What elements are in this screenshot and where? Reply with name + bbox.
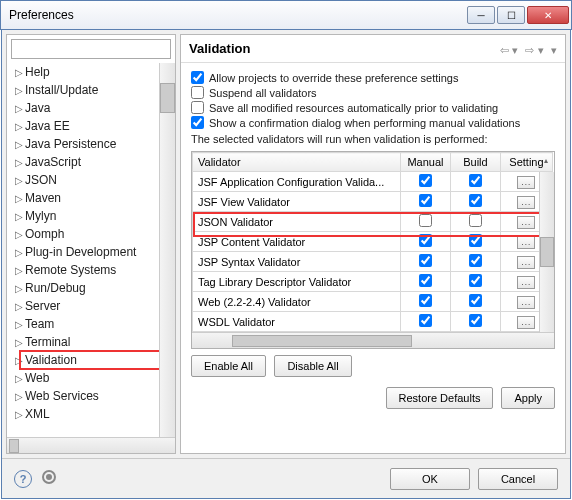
- tree-item-remote-systems[interactable]: ▷Remote Systems: [7, 261, 175, 279]
- titlebar[interactable]: Preferences ─ ☐ ✕: [0, 0, 572, 30]
- table-row[interactable]: JSON Validator...: [193, 212, 554, 232]
- table-row[interactable]: WSDL Validator...: [193, 312, 554, 332]
- tree-item-java[interactable]: ▷Java: [7, 99, 175, 117]
- apply-button[interactable]: Apply: [501, 387, 555, 409]
- manual-checkbox[interactable]: [419, 294, 432, 307]
- tree-item-terminal[interactable]: ▷Terminal: [7, 333, 175, 351]
- table-row[interactable]: JSP Syntax Validator...: [193, 252, 554, 272]
- preference-page: Validation ⇦ ▾ ⇨ ▾ ▾ Allow projects to o…: [180, 34, 566, 454]
- manual-checkbox[interactable]: [419, 254, 432, 267]
- table-row[interactable]: Tag Library Descriptor Validator...: [193, 272, 554, 292]
- manual-checkbox[interactable]: [419, 274, 432, 287]
- disable-all-button[interactable]: Disable All: [274, 355, 351, 377]
- close-button[interactable]: ✕: [527, 6, 569, 24]
- col-validator[interactable]: Validator: [193, 153, 401, 172]
- table-row[interactable]: JSF View Validator...: [193, 192, 554, 212]
- col-settings[interactable]: Setting: [500, 153, 552, 172]
- validator-name: JSF Application Configuration Valida...: [193, 172, 401, 192]
- tree-item-web[interactable]: ▷Web: [7, 369, 175, 387]
- tree-item-java-persistence[interactable]: ▷Java Persistence: [7, 135, 175, 153]
- chevron-right-icon: ▷: [13, 103, 25, 114]
- validators-table-wrap: Validator Manual Build Setting JSF Appli…: [191, 151, 555, 349]
- col-manual[interactable]: Manual: [400, 153, 450, 172]
- save-checkbox[interactable]: Save all modified resources automaticall…: [191, 101, 555, 114]
- tree-item-java-ee[interactable]: ▷Java EE: [7, 117, 175, 135]
- chevron-right-icon: ▷: [13, 319, 25, 330]
- settings-button[interactable]: ...: [517, 276, 535, 289]
- tree-horizontal-scrollbar[interactable]: [7, 437, 175, 453]
- settings-button[interactable]: ...: [517, 216, 535, 229]
- build-checkbox[interactable]: [469, 234, 482, 247]
- chevron-right-icon: ▷: [13, 157, 25, 168]
- chevron-right-icon: ▷: [13, 391, 25, 402]
- table-horizontal-scrollbar[interactable]: [192, 332, 554, 348]
- tree-item-web-services[interactable]: ▷Web Services: [7, 387, 175, 405]
- table-row[interactable]: Web (2.2-2.4) Validator...: [193, 292, 554, 312]
- override-checkbox[interactable]: Allow projects to override these prefere…: [191, 71, 555, 84]
- tree-item-install-update[interactable]: ▷Install/Update: [7, 81, 175, 99]
- settings-button[interactable]: ...: [517, 296, 535, 309]
- chevron-right-icon: ▷: [13, 229, 25, 240]
- settings-button[interactable]: ...: [517, 256, 535, 269]
- filter-input[interactable]: [11, 39, 171, 59]
- tree-item-help[interactable]: ▷Help: [7, 63, 175, 81]
- category-tree[interactable]: ▷Help▷Install/Update▷Java▷Java EE▷Java P…: [7, 63, 175, 437]
- tree-vertical-scrollbar[interactable]: [159, 63, 175, 437]
- settings-button[interactable]: ...: [517, 176, 535, 189]
- table-row[interactable]: JSP Content Validator...: [193, 232, 554, 252]
- tree-item-server[interactable]: ▷Server: [7, 297, 175, 315]
- table-vertical-scrollbar[interactable]: [539, 172, 554, 332]
- settings-button[interactable]: ...: [517, 236, 535, 249]
- manual-checkbox[interactable]: [419, 314, 432, 327]
- forward-icon[interactable]: ⇨ ▾: [525, 44, 543, 56]
- restore-defaults-button[interactable]: Restore Defaults: [386, 387, 494, 409]
- chevron-right-icon: ▷: [13, 247, 25, 258]
- validators-table[interactable]: Validator Manual Build Setting JSF Appli…: [192, 152, 554, 332]
- build-checkbox[interactable]: [469, 174, 482, 187]
- menu-icon[interactable]: ▾: [551, 44, 557, 56]
- cancel-button[interactable]: Cancel: [478, 468, 558, 490]
- chevron-right-icon: ▷: [13, 121, 25, 132]
- ok-button[interactable]: OK: [390, 468, 470, 490]
- tree-item-javascript[interactable]: ▷JavaScript: [7, 153, 175, 171]
- record-icon[interactable]: [42, 470, 56, 484]
- validator-name: WSDL Validator: [193, 312, 401, 332]
- confirm-checkbox[interactable]: Show a confirmation dialog when performi…: [191, 116, 555, 129]
- table-row[interactable]: JSF Application Configuration Valida....…: [193, 172, 554, 192]
- chevron-right-icon: ▷: [13, 301, 25, 312]
- tree-item-plug-in-development[interactable]: ▷Plug-in Development: [7, 243, 175, 261]
- settings-button[interactable]: ...: [517, 316, 535, 329]
- tree-item-maven[interactable]: ▷Maven: [7, 189, 175, 207]
- suspend-checkbox[interactable]: Suspend all validators: [191, 86, 555, 99]
- tree-item-json[interactable]: ▷JSON: [7, 171, 175, 189]
- tree-item-mylyn[interactable]: ▷Mylyn: [7, 207, 175, 225]
- tree-item-run-debug[interactable]: ▷Run/Debug: [7, 279, 175, 297]
- build-checkbox[interactable]: [469, 254, 482, 267]
- build-checkbox[interactable]: [469, 314, 482, 327]
- minimize-button[interactable]: ─: [467, 6, 495, 24]
- enable-all-button[interactable]: Enable All: [191, 355, 266, 377]
- build-checkbox[interactable]: [469, 294, 482, 307]
- tree-item-xml[interactable]: ▷XML: [7, 405, 175, 423]
- manual-checkbox[interactable]: [419, 214, 432, 227]
- validator-name: Web (2.2-2.4) Validator: [193, 292, 401, 312]
- settings-button[interactable]: ...: [517, 196, 535, 209]
- manual-checkbox[interactable]: [419, 174, 432, 187]
- col-build[interactable]: Build: [450, 153, 500, 172]
- manual-checkbox[interactable]: [419, 194, 432, 207]
- maximize-button[interactable]: ☐: [497, 6, 525, 24]
- chevron-right-icon: ▷: [13, 85, 25, 96]
- validator-name: JSF View Validator: [193, 192, 401, 212]
- chevron-right-icon: ▷: [13, 193, 25, 204]
- tree-item-validation[interactable]: ▷Validation: [7, 351, 175, 369]
- dialog-footer: ? OK Cancel: [2, 458, 570, 498]
- back-icon[interactable]: ⇦ ▾: [500, 44, 518, 56]
- build-checkbox[interactable]: [469, 214, 482, 227]
- help-icon[interactable]: ?: [14, 470, 32, 488]
- chevron-right-icon: ▷: [13, 67, 25, 78]
- build-checkbox[interactable]: [469, 274, 482, 287]
- manual-checkbox[interactable]: [419, 234, 432, 247]
- tree-item-team[interactable]: ▷Team: [7, 315, 175, 333]
- build-checkbox[interactable]: [469, 194, 482, 207]
- tree-item-oomph[interactable]: ▷Oomph: [7, 225, 175, 243]
